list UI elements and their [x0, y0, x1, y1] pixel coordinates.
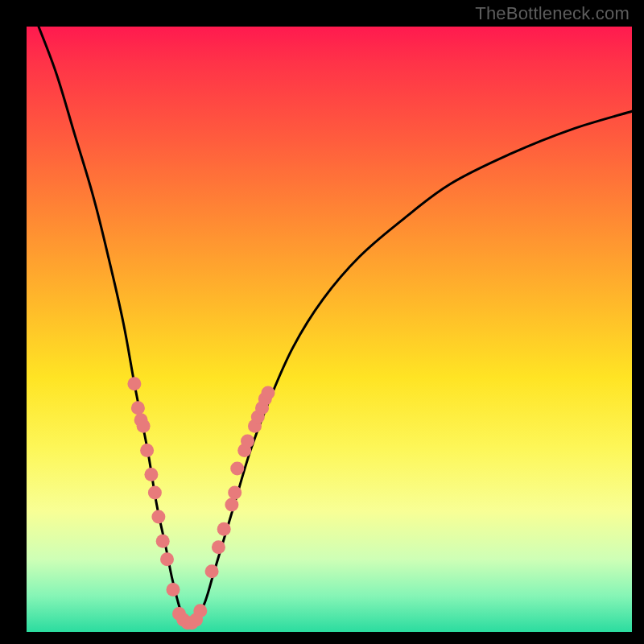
highlight-dot	[151, 510, 165, 524]
highlight-dot	[156, 535, 170, 548]
highlight-dot	[228, 486, 242, 500]
highlight-dot	[193, 604, 207, 617]
chart-svg	[27, 27, 632, 632]
highlight-dot	[127, 377, 141, 390]
highlight-dot	[217, 522, 231, 536]
highlight-dot	[140, 444, 154, 457]
highlight-dots-group	[127, 377, 275, 630]
bottleneck-curve	[39, 27, 632, 626]
highlight-dot	[160, 552, 174, 566]
highlight-dot	[225, 498, 238, 512]
plot-area	[27, 27, 632, 632]
highlight-dot	[144, 468, 158, 481]
highlight-dot	[241, 435, 254, 448]
highlight-dot	[148, 486, 162, 500]
highlight-dot	[167, 583, 180, 597]
highlight-dot	[212, 540, 225, 554]
chart-frame: TheBottleneck.com	[0, 0, 644, 644]
highlight-dot	[230, 462, 244, 476]
highlight-dot	[262, 386, 275, 400]
highlight-dot	[205, 564, 219, 578]
watermark-text: TheBottleneck.com	[475, 3, 630, 24]
highlight-dot	[131, 401, 145, 415]
highlight-dot	[137, 419, 151, 433]
